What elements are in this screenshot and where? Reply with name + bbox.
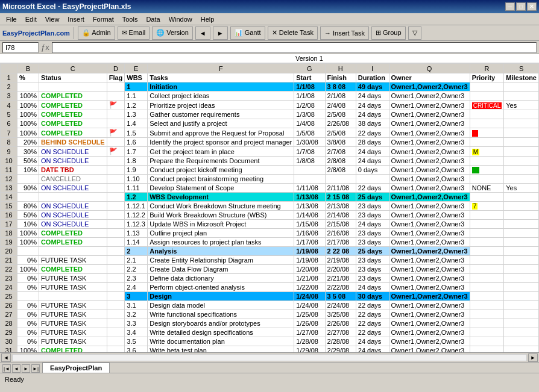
- tab-nav-first[interactable]: |◄: [2, 364, 11, 373]
- col-i: I: [356, 64, 389, 73]
- scroll-right-button[interactable]: ►: [528, 353, 538, 362]
- table-row: 20 2 Analysis 1/19/08 2 22 08 25 days Ow…: [1, 247, 539, 256]
- header-tasks[interactable]: Tasks: [148, 73, 294, 82]
- table-row: 30 0% FUTURE TASK 3.5 Write documentatio…: [1, 337, 539, 346]
- header-owner[interactable]: Owner: [389, 73, 470, 82]
- maximize-button[interactable]: □: [516, 2, 526, 11]
- table-row: 21 0% FUTURE TASK 2.1 Create Entity Rela…: [1, 256, 539, 265]
- group-button[interactable]: ⊞ Group: [371, 26, 406, 40]
- logo-label[interactable]: EasyProjectPlan.com: [2, 30, 70, 37]
- table-row: 16 50% ON SCHEDULE 1.12.2 Build Work Bre…: [1, 211, 539, 220]
- status-bar: Ready: [0, 373, 539, 385]
- tab-nav-next[interactable]: ►: [22, 364, 30, 373]
- app-title: Microsoft Excel - EasyProjectPlan.xls: [2, 2, 131, 11]
- table-row: 4 100% COMPLETED 🚩 1.2 Prioritize projec…: [1, 101, 539, 110]
- menu-bar: File Edit View Insert Format Tools Data …: [0, 13, 539, 25]
- menu-window[interactable]: Window: [165, 14, 196, 24]
- menu-format[interactable]: Format: [89, 14, 118, 24]
- table-row: 1 % Status Flag WBS Tasks Start Finish D…: [1, 73, 539, 82]
- header-start[interactable]: Start: [294, 73, 325, 82]
- sheet-table: B C D E F G H I Q R S 1 % Status Flag WB…: [0, 63, 539, 352]
- delete-task-button[interactable]: ✕ Delete Task: [268, 26, 318, 40]
- header-priority[interactable]: Priority: [470, 73, 504, 82]
- header-wbs[interactable]: WBS: [125, 73, 148, 82]
- menu-data[interactable]: Data: [142, 14, 163, 24]
- table-row: 23 0% FUTURE TASK 2.3 Define data dictio…: [1, 274, 539, 283]
- table-row: 25 3 Design 1/24/08 3 5 08 30 days Owner…: [1, 292, 539, 301]
- menu-tools[interactable]: Tools: [119, 14, 142, 24]
- sheet-tab-main[interactable]: EasyProjectPlan: [42, 362, 110, 373]
- table-row: 10 50% ON SCHEDULE 1.8 Prepare the Requi…: [1, 157, 539, 166]
- col-c: C: [39, 64, 107, 73]
- table-row: 26 0% FUTURE TASK 3.1 Design data model …: [1, 301, 539, 310]
- insert-task-button[interactable]: → Insert Task: [320, 26, 369, 40]
- table-row: 18 100% COMPLETED 1.13 Outline project p…: [1, 229, 539, 238]
- scroll-track[interactable]: [12, 354, 527, 361]
- header-flag[interactable]: Flag: [107, 73, 125, 82]
- header-milestone[interactable]: Milestone: [504, 73, 539, 82]
- sheet-tabs: |◄ ◄ ► ►| EasyProjectPlan: [0, 362, 539, 373]
- table-row: 12 CANCELLED 1.10 Conduct project brains…: [1, 175, 539, 184]
- minimize-button[interactable]: ─: [505, 2, 515, 11]
- menu-file[interactable]: File: [2, 14, 20, 24]
- table-row: 11 10% DATE TBD 1.9 Conduct project kick…: [1, 166, 539, 175]
- menu-insert[interactable]: Insert: [64, 14, 88, 24]
- formula-icon: ƒx: [41, 43, 49, 52]
- col-r: R: [470, 64, 504, 73]
- formula-input[interactable]: [52, 42, 537, 53]
- header-pct[interactable]: %: [17, 73, 39, 82]
- table-row: 2 1 Initiation 1/1/08 3 8 08 49 days Own…: [1, 82, 539, 92]
- row-number: 1: [1, 73, 17, 82]
- forward-button[interactable]: ►: [213, 26, 228, 40]
- email-button[interactable]: ✉ Email: [118, 26, 150, 40]
- scroll-left-button[interactable]: ◄: [1, 353, 11, 362]
- table-row: 5 100% COMPLETED 1.3 Gather customer req…: [1, 110, 539, 119]
- tab-nav-prev[interactable]: ◄: [12, 364, 20, 373]
- version-label: Version 1: [0, 54, 539, 63]
- menu-view[interactable]: View: [42, 14, 63, 24]
- title-bar: Microsoft Excel - EasyProjectPlan.xls ─ …: [0, 0, 539, 13]
- window-controls[interactable]: ─ □ ✕: [505, 2, 537, 11]
- col-g: G: [294, 64, 325, 73]
- table-row: 7 100% COMPLETED 🚩 1.5 Submit and approv…: [1, 128, 539, 138]
- col-f: F: [148, 64, 294, 73]
- col-e: E: [125, 64, 148, 73]
- table-row: 15 80% ON SCHEDULE 1.12.1 Conduct Work B…: [1, 202, 539, 211]
- table-row: 28 0% FUTURE TASK 3.3 Design storyboards…: [1, 319, 539, 328]
- name-box[interactable]: [2, 42, 39, 53]
- col-s: S: [504, 64, 539, 73]
- formula-bar: ƒx: [0, 41, 539, 54]
- toolbar-separator: [74, 27, 74, 39]
- table-row: 17 10% ON SCHEDULE 1.12.3 Update WBS in …: [1, 220, 539, 229]
- header-finish[interactable]: Finish: [325, 73, 356, 82]
- tab-nav-last[interactable]: ►|: [31, 364, 40, 373]
- filter-button[interactable]: ▽: [408, 26, 421, 40]
- menu-help[interactable]: Help: [197, 14, 218, 24]
- toolbar: EasyProjectPlan.com 🔒 Admin ✉ Email 🌐 Ve…: [0, 25, 539, 41]
- header-duration[interactable]: Duration: [356, 73, 389, 82]
- table-row: 8 20% BEHIND SCHEDULE 1.6 Identify the p…: [1, 138, 539, 147]
- status-text: Ready: [5, 376, 24, 383]
- table-row: 9 30% ON SCHEDULE 🚩 1.7 Get the project …: [1, 147, 539, 157]
- col-h: H: [325, 64, 356, 73]
- header-status[interactable]: Status: [39, 73, 107, 82]
- table-row: 3 100% COMPLETED 1.1 Collect project ide…: [1, 92, 539, 101]
- col-b: B: [17, 64, 39, 73]
- table-row: 27 0% FUTURE TASK 3.2 Write functional s…: [1, 310, 539, 319]
- menu-edit[interactable]: Edit: [22, 14, 40, 24]
- table-row: 22 100% COMPLETED 2.2 Create Data Flow D…: [1, 265, 539, 274]
- col-q: Q: [389, 64, 470, 73]
- horizontal-scrollbar[interactable]: ◄ ►: [0, 352, 539, 362]
- back-button[interactable]: ◄: [195, 26, 210, 40]
- row-number: 2: [1, 82, 17, 92]
- admin-button[interactable]: 🔒 Admin: [78, 26, 115, 40]
- version-button[interactable]: 🌐 Version: [152, 26, 193, 40]
- close-button[interactable]: ✕: [527, 2, 537, 11]
- table-row: 29 0% FUTURE TASK 3.4 Write detailed des…: [1, 328, 539, 337]
- gantt-button[interactable]: 📊 Gantt: [230, 26, 265, 40]
- col-rownum: [1, 64, 17, 73]
- table-row: 31 100% COMPLETED 3.6 Write beta test pl…: [1, 346, 539, 353]
- table-row: 13 90% ON SCHEDULE 1.11 Develop Statemen…: [1, 184, 539, 193]
- col-d: D: [107, 64, 125, 73]
- spreadsheet: B C D E F G H I Q R S 1 % Status Flag WB…: [0, 63, 539, 352]
